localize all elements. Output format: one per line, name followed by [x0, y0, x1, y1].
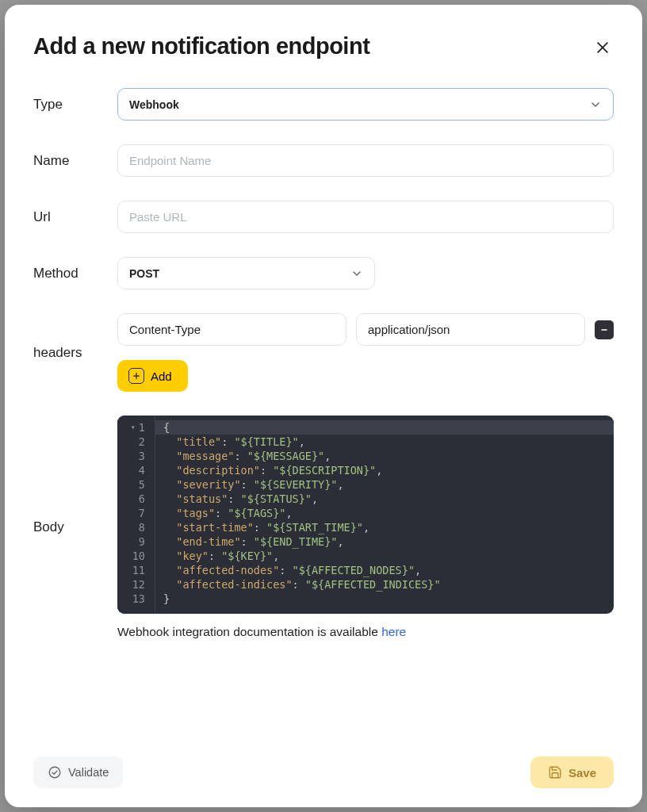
dialog-title: Add a new notification endpoint [33, 33, 369, 59]
dialog-add-notification-endpoint: Add a new notification endpoint Type Web… [5, 5, 642, 807]
input-header-key[interactable] [117, 313, 346, 346]
label-type: Type [33, 97, 111, 113]
row-name: Name [33, 144, 614, 177]
add-header-label: Add [151, 370, 172, 383]
label-body: Body [33, 519, 111, 535]
input-name[interactable] [117, 144, 614, 177]
label-name: Name [33, 153, 111, 169]
save-icon [548, 765, 562, 779]
select-method-value: POST [129, 267, 159, 280]
save-button[interactable]: Save [530, 756, 614, 788]
input-url[interactable] [117, 201, 614, 233]
chevron-down-icon [589, 98, 602, 111]
code-content[interactable]: { "title": "${TITLE}", "message": "${MES… [155, 416, 614, 614]
select-type[interactable]: Webhook [117, 88, 614, 121]
row-method: Method POST [33, 257, 614, 289]
row-body: Body ▾12345678910111213 { "title": "${TI… [33, 416, 614, 639]
modal-footer: Validate Save [33, 756, 614, 788]
minus-icon [599, 325, 609, 335]
row-url: Url [33, 201, 614, 233]
check-circle-icon [48, 765, 62, 779]
doc-note-text: Webhook integration documentation is ava… [117, 625, 381, 638]
row-headers: headers Add [33, 313, 614, 392]
svg-point-5 [49, 767, 60, 778]
label-url: Url [33, 209, 111, 225]
plus-icon [128, 368, 144, 384]
chevron-down-icon [350, 267, 363, 280]
modal-header: Add a new notification endpoint [33, 33, 614, 61]
add-header-button[interactable]: Add [117, 360, 188, 392]
header-item [117, 313, 614, 346]
label-method: Method [33, 266, 111, 282]
remove-header-button[interactable] [595, 320, 614, 339]
validate-button[interactable]: Validate [33, 756, 123, 788]
doc-note: Webhook integration documentation is ava… [117, 625, 614, 639]
input-header-value[interactable] [356, 313, 585, 346]
validate-label: Validate [68, 766, 109, 779]
code-gutter: ▾12345678910111213 [117, 416, 155, 614]
select-method[interactable]: POST [117, 257, 375, 289]
label-headers: headers [33, 345, 111, 361]
form-body: Type Webhook Name Url Method POST header… [33, 88, 614, 744]
close-button[interactable] [591, 36, 614, 61]
save-label: Save [569, 766, 596, 779]
code-editor-body[interactable]: ▾12345678910111213 { "title": "${TITLE}"… [117, 416, 614, 614]
close-icon [595, 40, 611, 56]
row-type: Type Webhook [33, 88, 614, 121]
doc-link[interactable]: here [381, 625, 406, 638]
select-type-value: Webhook [129, 98, 179, 111]
